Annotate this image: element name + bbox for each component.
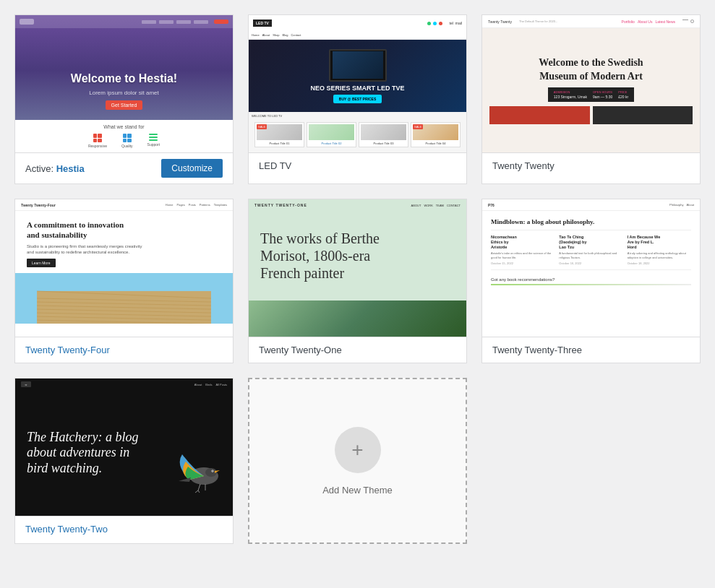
to1-header: TWENTY TWENTY-ONE ABOUT WORK TEAM CONTAC… xyxy=(249,199,466,211)
tt3-post-1: NicomacheanEthics byAristotle Aristotle'… xyxy=(491,235,555,265)
ledtv-cta-button: BUY @ BEST PRICES xyxy=(333,95,382,103)
to1-nav: ABOUT WORK TEAM CONTACT xyxy=(411,204,461,207)
active-theme-name[interactable]: Hestia xyxy=(56,163,85,174)
tt3-content: Mindblown: a blog about philosophy. Nico… xyxy=(482,211,700,337)
theme-preview-twenty-twenty-two: ∞ About Birds All Posts The Hatchery: a … xyxy=(15,379,233,516)
to1-main-title: The works of BertheMorisot, 1800s-eraFre… xyxy=(260,230,455,282)
tt-header-title: Twenty Twenty xyxy=(488,20,512,24)
theme-card-twenty-twenty-four[interactable]: Twenty Twenty-Four Home Pages Posts Patt… xyxy=(14,199,234,363)
theme-card-hestia[interactable]: Welcome to Hestia! Lorem ipsum dolor sit… xyxy=(14,14,234,184)
tf-hero-sub: Studio is a pioneering firm that seamles… xyxy=(27,243,221,256)
svg-line-17 xyxy=(198,490,200,493)
hestia-nav xyxy=(142,20,208,24)
tf-header: Twenty Twenty-Four Home Pages Posts Patt… xyxy=(15,199,233,211)
hestia-logo xyxy=(20,19,34,25)
tt3-post-2: Tao Te Ching(Daodejing) byLao Tzu A fund… xyxy=(559,235,622,265)
tt3-logo: P76 xyxy=(488,203,494,207)
twentytwenty-theme-name: Twenty Twenty xyxy=(492,160,555,171)
tt-main-title: Welcome to the SwedishMuseum of Modern A… xyxy=(539,56,643,82)
svg-point-13 xyxy=(212,470,213,472)
twentythree-theme-name: Twenty Twenty-Three xyxy=(492,345,582,355)
theme-card-twenty-twenty-three[interactable]: P76 Philosophy About Mindblown: a blog a… xyxy=(481,199,701,363)
tf-nav: Home Pages Posts Patterns Templates xyxy=(166,203,227,207)
to1-image-strip xyxy=(249,301,466,337)
to1-logo: TWENTY TWENTY-ONE xyxy=(254,203,307,207)
svg-line-14 xyxy=(198,484,200,490)
hestia-theme-footer: Active: Hestia Customize xyxy=(15,152,233,183)
add-new-label: Add New Theme xyxy=(322,485,393,496)
ledtv-hero-title: NEO SERIES SMART LED TVE xyxy=(310,85,404,92)
tt2-bird-illustration xyxy=(168,436,233,494)
tt3-tagline: Mindblown: a blog about philosophy. xyxy=(491,218,691,225)
active-badge: Active: Hestia xyxy=(25,163,85,174)
theme-preview-twenty-twenty: Twenty Twenty The Default Theme for 2020… xyxy=(482,15,700,152)
to1-content: The works of BertheMorisot, 1800s-eraFre… xyxy=(249,211,466,301)
twentytwo-theme-footer: Twenty Twenty-Two xyxy=(15,516,233,542)
tf-learn-button: Learn More xyxy=(27,259,56,267)
svg-line-16 xyxy=(195,490,198,493)
ledtv-theme-footer: LED TV xyxy=(249,152,466,178)
tf-hero-text: A commitment to innovationand sustainabi… xyxy=(15,211,233,273)
theme-preview-hestia: Welcome to Hestia! Lorem ipsum dolor sit… xyxy=(15,15,233,152)
tf-logo: Twenty Twenty-Four xyxy=(21,203,56,207)
tf-hero-title: A commitment to innovationand sustainabi… xyxy=(27,220,221,241)
tt2-logo: ∞ xyxy=(21,381,31,387)
ledtv-header-icons xyxy=(427,22,442,25)
tt2-nav: About Birds All Posts xyxy=(194,383,227,386)
theme-card-ledtv[interactable]: LED TV telmail Home About Shop Blog C xyxy=(248,14,467,184)
theme-preview-twenty-twenty-one: TWENTY TWENTY-ONE ABOUT WORK TEAM CONTAC… xyxy=(249,199,466,337)
theme-card-twenty-twenty-two[interactable]: ∞ About Birds All Posts The Hatchery: a … xyxy=(14,378,234,544)
add-new-icon: + xyxy=(335,427,381,473)
ledtv-theme-name: LED TV xyxy=(259,160,291,171)
tt3-post-3: I Am Because WeAre by Fred L.Hord A trul… xyxy=(628,235,691,265)
hestia-features: Responsive Quality xyxy=(15,132,233,150)
tt-main-content: Welcome to the SwedishMuseum of Modern A… xyxy=(482,28,700,152)
tt-images-row xyxy=(489,106,693,124)
ledtv-products: SALE Product Title 01 Product Title 02 P… xyxy=(252,119,463,150)
twentyfour-theme-name-hyphen-link[interactable]: Twenty-Four xyxy=(58,345,110,355)
hestia-hero-title: Welcome to Hestia! xyxy=(71,72,177,85)
tt2-header: ∞ About Birds All Posts xyxy=(15,379,233,390)
add-new-inner: + Add New Theme xyxy=(322,427,393,496)
twentytwenty-theme-footer: Twenty Twenty xyxy=(482,152,700,178)
active-label: Active: xyxy=(25,163,53,174)
tt-info-bar: ADMISSION 123 Strogarm, Umak OPEN HOURS … xyxy=(548,87,634,102)
theme-preview-ledtv: LED TV telmail Home About Shop Blog C xyxy=(249,15,466,152)
customize-button[interactable]: Customize xyxy=(161,159,223,178)
ledtv-logo: LED TV xyxy=(253,20,272,27)
twentyfour-theme-footer: Twenty Twenty-Four xyxy=(15,337,233,363)
tt3-cta: Got any book recommendations? xyxy=(491,277,691,285)
theme-card-twenty-twenty-one[interactable]: TWENTY TWENTY-ONE ABOUT WORK TEAM CONTAC… xyxy=(248,199,467,363)
tt3-nav: Philosophy About xyxy=(669,203,694,207)
twentytwo-theme-name-link[interactable]: Twenty xyxy=(25,524,58,535)
hestia-section-title: What we stand for xyxy=(15,124,233,129)
twentyone-theme-name: Twenty Twenty-One xyxy=(259,345,342,355)
ledtv-tv-image xyxy=(329,49,387,82)
twentytwo-theme-hyphen-link[interactable]: Twenty-Two xyxy=(58,524,108,535)
twentyfour-theme-name-link[interactable]: Twenty xyxy=(25,345,58,355)
tt3-header: P76 Philosophy About xyxy=(482,199,700,211)
theme-card-twenty-twenty[interactable]: Twenty Twenty The Default Theme for 2020… xyxy=(481,14,701,184)
tt3-posts: NicomacheanEthics byAristotle Aristotle'… xyxy=(491,235,691,265)
add-new-theme-card[interactable]: + Add New Theme xyxy=(248,378,467,544)
tf-building-image xyxy=(15,273,233,324)
hestia-cta-button: Get Started xyxy=(106,100,143,110)
twentythree-theme-footer: Twenty Twenty-Three xyxy=(482,337,700,363)
hestia-hero-subtitle: Lorem ipsum dolor sit amet xyxy=(89,90,158,96)
tt-header-nav: Portfolio About Us Latest News xyxy=(622,20,675,24)
theme-preview-twenty-twenty-four: Twenty Twenty-Four Home Pages Posts Patt… xyxy=(15,199,233,337)
theme-preview-twenty-twenty-three: P76 Philosophy About Mindblown: a blog a… xyxy=(482,199,700,337)
twentyone-theme-footer: Twenty Twenty-One xyxy=(249,337,466,363)
themes-grid: Welcome to Hestia! Lorem ipsum dolor sit… xyxy=(0,0,715,558)
